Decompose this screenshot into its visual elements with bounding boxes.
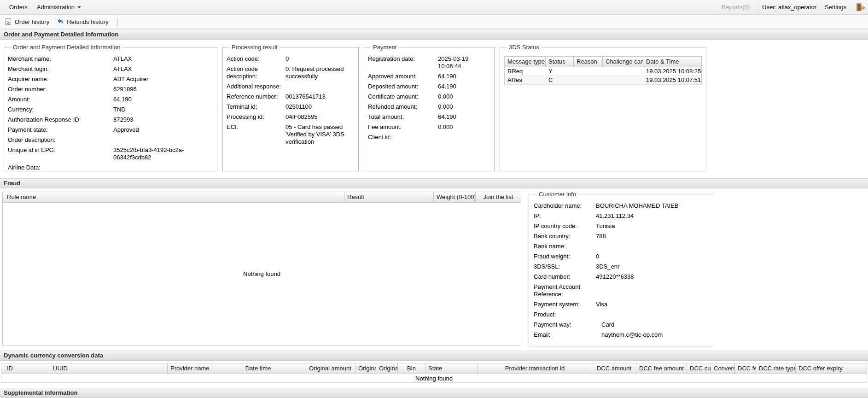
column-header-dcc-currency[interactable]: DCC curr (687, 363, 711, 374)
column-header-provider-transaction-id[interactable]: Provider transaction id (478, 363, 592, 374)
field-value (596, 243, 709, 250)
field-label: Merchant name: (8, 55, 113, 63)
order-history-button[interactable]: Order history (3, 17, 53, 27)
column-header-dcc-offer-expiry[interactable]: DCC offer expiry (796, 363, 867, 374)
column-header-dcc-amount[interactable]: DCC amount (592, 363, 636, 374)
three-ds-status-legend: 3DS Status (507, 44, 542, 51)
field-value: 001376541713 (285, 93, 355, 100)
order-payment-panel: Order and Payment Detailed Information M… (0, 40, 868, 178)
dcc-table-empty: Nothing found (1, 374, 867, 383)
column-header-dcc-rate-type[interactable]: DCC rate type (756, 363, 796, 374)
field-label: Payment way: (534, 321, 596, 328)
field-row: Payment way:Card (534, 321, 709, 328)
section-header-fraud: Fraud (0, 178, 868, 188)
column-header-dcc-fee-amount[interactable]: DCC fee amount (636, 363, 687, 374)
field-label: ECI: (227, 123, 285, 146)
field-label: Order description: (8, 136, 113, 144)
fraud-table-header: Rule name Result Weight (0-100) Join the… (3, 192, 521, 203)
menu-orders[interactable]: Orders (5, 2, 32, 12)
column-header-provider-name[interactable]: Provider name (168, 363, 211, 374)
field-label: Merchant login: (8, 65, 113, 73)
field-row: Client id: (368, 134, 490, 141)
column-header-weight[interactable]: Weight (0-100) (434, 192, 476, 202)
field-value: 64.190 (438, 83, 490, 90)
column-header-status[interactable]: Status (546, 57, 574, 67)
field-row: Registration date:2025-03-19 10:06:44 (368, 55, 490, 70)
field-label: Total amount: (368, 113, 438, 121)
cell-status: C (546, 76, 574, 84)
field-row: Order description: (8, 136, 213, 144)
field-label: Bank name: (534, 243, 596, 250)
column-header-original-amount[interactable]: Original amount (305, 363, 355, 374)
column-header-rule-name[interactable]: Rule name (3, 192, 344, 202)
column-header-reason[interactable]: Reason (574, 57, 603, 67)
field-value: TND (113, 106, 213, 113)
column-header-result[interactable]: Result (344, 192, 434, 202)
field-label: Card number: (534, 273, 596, 281)
menu-settings[interactable]: Settings (820, 2, 851, 12)
column-header-state[interactable]: State (425, 363, 478, 374)
column-header-date-time[interactable]: Date time (211, 363, 305, 374)
field-label: Reference number: (227, 93, 285, 100)
three-ds-status-fieldset: 3DS Status Message type Status Reason Ch… (500, 44, 706, 171)
column-header-original-currency[interactable]: Original c (376, 363, 398, 374)
field-value: 788 (596, 233, 709, 240)
customer-info-legend: Customer info (536, 191, 578, 198)
column-header-original-fee[interactable]: Original f (355, 363, 376, 374)
field-row: Terminal id:02501100 (227, 103, 355, 111)
field-label: Email: (534, 331, 596, 339)
field-value: 3DS_enr (596, 263, 709, 270)
field-row: Acquirer name:ABT Acquirer (8, 76, 213, 83)
field-label: Currency: (8, 106, 113, 113)
column-header-dcc-fee[interactable]: DCC fee (735, 363, 756, 374)
menubar-separator (713, 3, 713, 12)
logout-door-icon[interactable] (856, 3, 865, 11)
field-value (285, 83, 355, 90)
column-header-message-type[interactable]: Message type (505, 57, 546, 67)
column-header-bin[interactable]: Bin (398, 363, 425, 374)
field-label: Certificate amount: (368, 93, 438, 100)
field-row: Merchant login:ATLAX (8, 65, 213, 73)
field-value: 872593 (113, 116, 213, 123)
field-value: Approved (113, 126, 213, 134)
column-header-conversion[interactable]: Conversi (711, 363, 735, 374)
table-row[interactable]: ARes C 19.03.2025 10:07:51 (505, 76, 701, 85)
field-value: 2025-03-19 10:06:44 (438, 55, 490, 70)
column-header-uuid[interactable]: UUID (50, 363, 168, 374)
column-header-challenge-cancel[interactable]: Challenge cancel (603, 57, 643, 67)
field-value: 3525c2fb-bfa3-4192-bc2a-06342f3cdb82 (113, 146, 213, 161)
refunds-history-button[interactable]: Refunds history (55, 17, 112, 27)
processing-result-legend: Processing result (229, 44, 280, 51)
field-row: Amount:64.190 (8, 96, 213, 103)
cell-reason (574, 76, 603, 84)
column-header-date-time[interactable]: Date & Time (643, 57, 702, 67)
field-value (438, 134, 490, 141)
column-header-join-the-list[interactable]: Join the list (476, 192, 521, 202)
fraud-panel: Rule name Result Weight (0-100) Join the… (0, 188, 868, 349)
field-label: Acquirer name: (8, 76, 113, 83)
cell-date-time: 19.03.2025 10:08:25 (643, 67, 702, 76)
field-row: Deposited amount:64.190 (368, 83, 490, 90)
field-value: Visa (596, 301, 709, 308)
cell-message-type: RReq (505, 67, 546, 76)
field-value: ATLAX (113, 55, 213, 63)
section-header-order-payment: Order and Payment Detailed Information (0, 29, 868, 40)
user-label: User: atlax_operator (762, 4, 816, 11)
table-row[interactable]: RReq Y 19.03.2025 10:08:25 (505, 67, 701, 76)
field-label: Approved amount: (368, 73, 438, 80)
field-label: Client id: (368, 134, 438, 141)
field-value: 04IF082595 (285, 113, 355, 121)
menu-orders-label: Orders (9, 4, 28, 11)
menubar-separator (758, 3, 758, 12)
field-value: ABT Acquirer (113, 76, 213, 83)
fraud-table-empty: Nothing found (3, 203, 521, 345)
cell-challenge-cancel (603, 76, 643, 84)
field-label: Registration date: (368, 55, 438, 70)
field-value: haythem.c@tic-op.com (596, 331, 709, 339)
empty-text: Nothing found (415, 375, 453, 382)
menu-administration[interactable]: Administration (32, 2, 86, 12)
field-row: Authorization Response ID:872593 (8, 116, 213, 123)
field-label: Bank country: (534, 233, 596, 240)
field-label: IP: (534, 212, 596, 220)
column-header-id[interactable]: ID (1, 363, 50, 374)
